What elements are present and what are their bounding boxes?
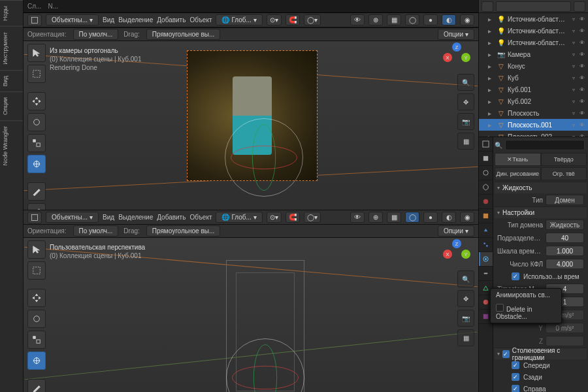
- rotation-gizmo[interactable]: [225, 118, 303, 197]
- snap-toggle[interactable]: 🧲: [286, 212, 300, 223]
- axis-z[interactable]: Z: [452, 42, 461, 52]
- prop-tab-viewlayer[interactable]: [479, 166, 493, 180]
- cursor-tool[interactable]: [27, 240, 46, 259]
- overlay-toggle[interactable]: 👁: [350, 14, 365, 25]
- menu-select[interactable]: Выделение: [118, 214, 153, 221]
- collision-checkbox[interactable]: [512, 361, 519, 369]
- outliner-item[interactable]: ▸▽Конус▿👁: [479, 60, 588, 72]
- viewport-canvas[interactable]: X Y Z 🔍 ✥ 📷 ▦ Из камеры ортогональ (0) К…: [24, 41, 478, 210]
- restrict-select-icon[interactable]: ▿: [570, 74, 577, 81]
- resolution-field[interactable]: 40: [546, 233, 584, 243]
- outliner-item[interactable]: ▸▽Куб▿👁: [479, 72, 588, 84]
- cursor-tool[interactable]: [27, 44, 46, 62]
- nav-gizmo[interactable]: X Y Z: [440, 239, 472, 270]
- axis-x[interactable]: X: [443, 53, 452, 62]
- topbar-item[interactable]: Сл...: [27, 3, 41, 10]
- shading-rendered[interactable]: ◉: [460, 212, 474, 223]
- restrict-select-icon[interactable]: ▿: [570, 27, 577, 34]
- prop-tab-scene[interactable]: [479, 180, 493, 195]
- drag-value[interactable]: Прямоугольное вы...: [146, 29, 220, 40]
- pivot-dropdown[interactable]: ⊙▾: [267, 212, 282, 223]
- expand-arrow-icon[interactable]: ▸: [488, 39, 495, 46]
- context-menu-checkbox[interactable]: [496, 304, 504, 312]
- panel-fluid[interactable]: Жидкость: [495, 182, 587, 193]
- prop-tab-particles[interactable]: [479, 238, 493, 252]
- camera-view-icon[interactable]: 📷: [457, 113, 474, 130]
- shading-wireframe[interactable]: ◯: [405, 14, 419, 25]
- expand-arrow-icon[interactable]: ▸: [488, 16, 495, 23]
- context-menu-animate[interactable]: Анимировать св...: [493, 289, 561, 301]
- shading-solid[interactable]: ●: [423, 14, 438, 25]
- restrict-select-icon[interactable]: ▿: [570, 122, 577, 128]
- menu-select[interactable]: Выделение: [118, 16, 153, 24]
- restrict-viewport-icon[interactable]: 👁: [579, 39, 585, 46]
- shading-material[interactable]: ◐: [442, 212, 456, 223]
- shading-solid[interactable]: ●: [423, 212, 438, 223]
- prop-tab-output[interactable]: [479, 152, 493, 166]
- annotate-tool[interactable]: [27, 182, 46, 201]
- expand-arrow-icon[interactable]: ▸: [488, 86, 495, 93]
- outliner-item[interactable]: ▸▽Плоскость▿👁: [479, 107, 588, 119]
- select-box-tool[interactable]: [27, 261, 46, 280]
- menu-add[interactable]: Добавить: [157, 16, 186, 24]
- nav-gizmo[interactable]: X Y Z: [440, 42, 472, 74]
- collisions-enable-checkbox[interactable]: [502, 350, 510, 358]
- viewport-canvas[interactable]: X Y Z 🔍 ✥ 📷 ▦ Пользовательская перспекти…: [24, 238, 478, 392]
- outliner-item[interactable]: ▸💡Источник-область.003▿👁: [479, 25, 588, 37]
- restrict-select-icon[interactable]: ▿: [570, 63, 577, 69]
- prop-tab-world[interactable]: [479, 195, 493, 209]
- annotate-tool[interactable]: [27, 379, 46, 392]
- axis-y[interactable]: Y: [461, 250, 470, 259]
- transform-tool[interactable]: [27, 351, 46, 370]
- zoom-icon[interactable]: 🔍: [457, 74, 474, 91]
- rail-tab-view[interactable]: Вид: [0, 70, 23, 91]
- restrict-viewport-icon[interactable]: 👁: [579, 51, 585, 57]
- timescale-field[interactable]: 1.000: [546, 246, 584, 256]
- domain-type-select[interactable]: Жидкость: [546, 220, 584, 230]
- prop-tab-constraints[interactable]: [479, 267, 493, 281]
- menu-view[interactable]: Вид: [103, 16, 114, 24]
- outliner-type-dropdown[interactable]: [482, 1, 493, 12]
- options-dropdown[interactable]: Опции ▾: [438, 225, 474, 237]
- physics-tab-dynpaint[interactable]: Дин. рисование: [495, 167, 541, 180]
- pan-icon[interactable]: ✥: [457, 93, 474, 110]
- proportional-edit[interactable]: ◯▾: [304, 212, 321, 223]
- topbar-item[interactable]: N...: [48, 3, 58, 10]
- outliner-item[interactable]: ▸▽Плоскость.001▿👁: [479, 119, 588, 131]
- prop-tab-object[interactable]: [479, 209, 493, 223]
- menu-object[interactable]: Объект: [189, 214, 212, 221]
- proportional-edit[interactable]: ◯▾: [304, 14, 321, 25]
- pan-icon[interactable]: ✥: [457, 290, 474, 307]
- outliner-item[interactable]: ▸▽Куб.002▿👁: [479, 95, 588, 107]
- physics-tab-rigidbody[interactable]: Твёрдо: [541, 153, 587, 166]
- outliner-item[interactable]: ▸💡Источник-область.004▿👁: [479, 37, 588, 48]
- outliner-search[interactable]: [496, 1, 571, 12]
- orientation-value[interactable]: По умолч...: [73, 225, 119, 237]
- expand-arrow-icon[interactable]: ▸: [488, 98, 495, 105]
- scale-tool[interactable]: [27, 331, 46, 349]
- restrict-viewport-icon[interactable]: 👁: [579, 74, 585, 81]
- mode-dropdown[interactable]: Объектны... ▾: [46, 14, 99, 25]
- expand-arrow-icon[interactable]: ▸: [488, 51, 495, 58]
- measure-tool[interactable]: [27, 203, 46, 210]
- expand-arrow-icon[interactable]: ▸: [488, 110, 495, 117]
- prop-tab-modifiers[interactable]: [479, 223, 493, 238]
- restrict-select-icon[interactable]: ▿: [570, 86, 577, 93]
- expand-arrow-icon[interactable]: ▸: [488, 27, 495, 35]
- axis-x[interactable]: X: [443, 250, 452, 259]
- pivot-dropdown[interactable]: ⊙▾: [267, 14, 282, 25]
- restrict-viewport-icon[interactable]: 👁: [579, 63, 585, 69]
- prop-tab-physics[interactable]: [479, 252, 493, 267]
- outliner-item[interactable]: ▸▽Куб.001▿👁: [479, 84, 588, 95]
- move-tool[interactable]: [27, 92, 46, 110]
- expand-arrow-icon[interactable]: ▸: [488, 63, 495, 70]
- gravity-y-field[interactable]: 0 m/s²: [546, 323, 584, 333]
- panel-border-collisions[interactable]: Столкновения с границами: [495, 348, 587, 359]
- select-box-tool[interactable]: [27, 65, 46, 83]
- physics-tab-rigidconstraint[interactable]: Огр. твё: [541, 167, 587, 180]
- physics-tab-cloth[interactable]: ✕ Ткань: [495, 153, 541, 166]
- restrict-select-icon[interactable]: ▿: [570, 51, 577, 57]
- rail-tab-nodes[interactable]: Ноды: [0, 0, 23, 26]
- cfl-field[interactable]: 4.000: [546, 259, 584, 269]
- restrict-select-icon[interactable]: ▿: [570, 110, 577, 116]
